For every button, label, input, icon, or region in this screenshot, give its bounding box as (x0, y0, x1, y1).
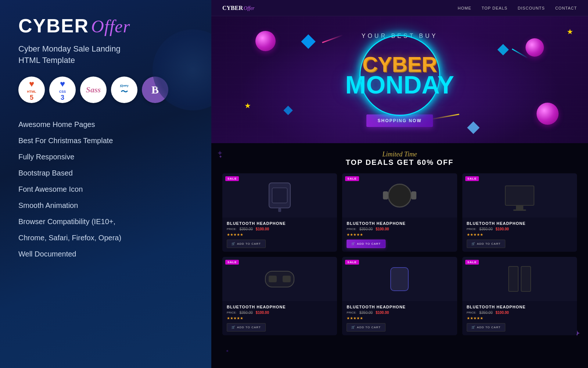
product-card-1: SALE BLUETOOTH HEADPHONE PRICE: $350.00 … (222, 173, 337, 252)
cart-icon-4: 🛒 (232, 326, 236, 329)
nav-logo: CYBER Offer (222, 5, 255, 11)
product-card-6: SALE BLUETOOTH HEADPHONE PRICE: $350.00 … (462, 257, 577, 335)
product-stars-3: ★★★★★ (467, 233, 573, 237)
sale-badge-5: SALE (345, 260, 359, 265)
product-info-4: BLUETOOTH HEADPHONE PRICE: $350.00 $100.… (222, 301, 337, 335)
deco-star-2: ★ (567, 27, 573, 36)
product-prices-2: PRICE: $350.00 $100.00 (347, 227, 452, 231)
sass-icon: Sass (86, 85, 101, 95)
nav-links: HOME TOP DEALS DISCOUNTS CONTACT (458, 6, 577, 10)
hero-ring: CYBER MONDAY (359, 35, 440, 116)
feature-animation: Smooth Animation (18, 197, 193, 213)
product-prices-3: PRICE: $350.00 $100.00 (467, 227, 573, 231)
limited-time: Limited Time (222, 151, 577, 158)
logo-offer: Offer (91, 16, 130, 36)
product-img-6: SALE (462, 257, 577, 301)
price-sale-2: $100.00 (376, 227, 389, 231)
price-sale-4: $100.00 (256, 311, 269, 315)
product-name-4: BLUETOOTH HEADPHONE (227, 305, 333, 309)
product-name-6: BLUETOOTH HEADPHONE (467, 305, 573, 309)
add-to-cart-btn-3[interactable]: 🛒 ADD TO CART (467, 240, 506, 248)
product-stars-6: ★★★★★ (467, 316, 573, 320)
add-to-cart-label-3: ADD TO CART (477, 242, 501, 245)
product-icon-headphone (388, 184, 412, 208)
price-original-5: $350.00 (359, 311, 373, 315)
product-stars-4: ★★★★★ (227, 316, 333, 320)
speaker-unit-1 (508, 266, 519, 292)
product-icon-vr (265, 271, 294, 287)
price-sale-3: $100.00 (495, 227, 509, 231)
product-info-5: BLUETOOTH HEADPHONE PRICE: $350.00 $100.… (342, 301, 457, 335)
html5-number: 5 (30, 94, 33, 101)
subtitle: Cyber Monday Sale LandingHTML Template (18, 43, 193, 66)
deco-dot-products: ● (226, 348, 229, 353)
cart-icon-5: 🛒 (351, 326, 355, 329)
hero-section: ★ ★ YOUR BEST BUY CYBER MONDAY SHOPPING … (211, 16, 588, 143)
product-info-2: BLUETOOTH HEADPHONE PRICE: $350.00 $100.… (342, 217, 457, 252)
deco-ball-1 (255, 31, 276, 51)
product-img-3: SALE (462, 173, 577, 217)
nav-discounts[interactable]: DISCOUNTS (518, 6, 545, 10)
product-stars-5: ★★★★★ (347, 316, 452, 320)
add-to-cart-btn-6[interactable]: 🛒 ADD TO CART (467, 323, 506, 332)
badge-sass: Sass (80, 77, 107, 103)
nav-top-deals[interactable]: TOP DEALS (482, 6, 508, 10)
price-sale-5: $100.00 (376, 311, 389, 315)
product-prices-6: PRICE: $350.00 $100.00 (467, 311, 573, 315)
logo-cyber: CYBER (18, 15, 89, 37)
css3-icon: ♥ (60, 79, 65, 89)
deco-ball-3 (537, 103, 559, 125)
product-img-2: SALE (342, 173, 457, 217)
badges-row: ♥ HTML 5 ♥ CSS 3 Sass jQuery 〜 B (18, 77, 193, 103)
product-card-3: SALE BLUETOOTH HEADPHONE PRICE: $350.00 … (462, 173, 577, 252)
website-preview: CYBER Offer HOME TOP DEALS DISCOUNTS CON… (211, 0, 588, 368)
price-label-1: PRICE: (227, 227, 237, 231)
css3-number: 3 (61, 94, 64, 101)
nav-contact[interactable]: CONTACT (555, 6, 577, 10)
sale-badge-6: SALE (465, 260, 479, 265)
add-to-cart-btn-5[interactable]: 🛒 ADD TO CART (347, 323, 386, 332)
badge-bootstrap: B (142, 77, 168, 103)
product-stars-1: ★★★★★ (227, 233, 333, 237)
hero-content: YOUR BEST BUY CYBER MONDAY SHOPPING NOW (359, 33, 440, 127)
feature-documented: Well Documented (18, 246, 193, 262)
feature-font-awesome: Font Awesome Icon (18, 181, 193, 197)
price-original-2: $350.00 (359, 227, 373, 231)
sale-badge-2: SALE (345, 176, 359, 181)
sale-badge-3: SALE (465, 176, 479, 181)
product-name-3: BLUETOOTH HEADPHONE (467, 221, 573, 226)
feature-browser-2: Chrome, Safari, Firefox, Opera) (18, 230, 193, 246)
product-stars-2: ★★★★★ (347, 233, 452, 237)
product-prices-1: PRICE: $350.00 $100.00 (227, 227, 333, 231)
price-label-6: PRICE: (467, 311, 477, 314)
product-img-5: SALE (342, 257, 457, 301)
add-to-cart-btn-4[interactable]: 🛒 ADD TO CART (227, 323, 266, 332)
product-icon-smartwatch2 (390, 267, 409, 291)
product-name-2: BLUETOOTH HEADPHONE (347, 221, 452, 226)
bootstrap-icon: B (151, 84, 159, 96)
nav-home[interactable]: HOME (458, 6, 472, 10)
nav-logo-cyber: CYBER (222, 5, 243, 11)
add-to-cart-btn-2[interactable]: 🛒 ADD TO CART (347, 240, 386, 248)
price-label-5: PRICE: (347, 311, 356, 314)
products-header: Limited Time TOP DEALS GET 60% OFF (222, 151, 577, 167)
feature-responsive: Fully Responsive (18, 149, 193, 165)
product-info-1: BLUETOOTH HEADPHONE PRICE: $350.00 $100.… (222, 217, 337, 252)
html5-icon: ♥ (29, 79, 34, 89)
sale-badge-4: SALE (225, 260, 239, 265)
price-original-3: $350.00 (479, 227, 492, 231)
products-section: ✦ ✦ ✦ ● Limited Time TOP DEALS GET 60% O… (211, 143, 588, 368)
product-card-5: SALE BLUETOOTH HEADPHONE PRICE: $350.00 … (342, 257, 457, 335)
product-icon-monitor (505, 185, 534, 206)
deals-title: TOP DEALS GET 60% OFF (222, 158, 577, 167)
cart-icon-6: 🛒 (472, 326, 476, 329)
product-info-6: BLUETOOTH HEADPHONE PRICE: $350.00 $100.… (462, 301, 577, 335)
hero-cta-button[interactable]: SHOPPING NOW (366, 114, 433, 127)
html5-label: HTML (27, 90, 36, 93)
products-grid: SALE BLUETOOTH HEADPHONE PRICE: $350.00 … (222, 173, 577, 335)
css3-label: CSS (59, 90, 66, 93)
add-to-cart-btn-1[interactable]: 🛒 ADD TO CART (227, 240, 266, 248)
feature-christmas: Best For Christmas Template (18, 132, 193, 149)
left-panel: CYBER Offer Cyber Monday Sale LandingHTM… (0, 0, 211, 368)
speaker-unit-2 (521, 266, 531, 292)
